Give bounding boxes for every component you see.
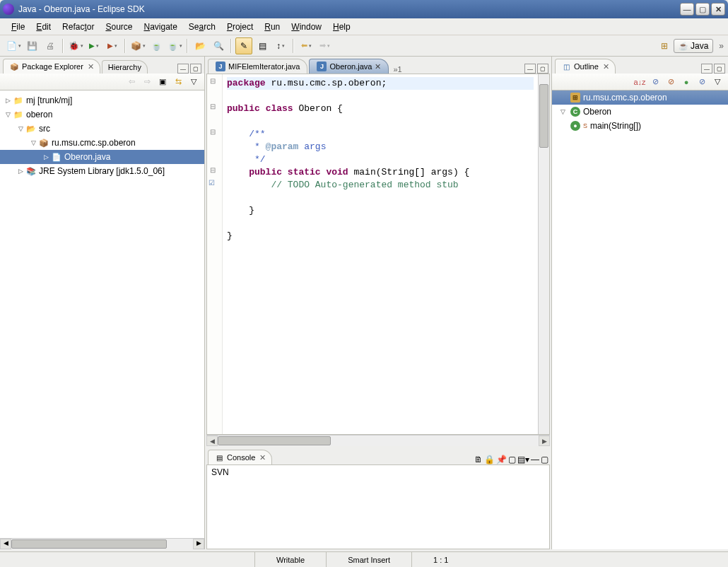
save-button[interactable] [23,37,40,54]
close-icon[interactable]: ✕ [603,62,609,71]
run-external-button[interactable] [104,37,121,54]
outline-node[interactable]: ▽COberon [552,105,728,119]
menu-search[interactable]: Search [183,20,221,34]
package-explorer-tree[interactable]: ▷📁mj [trunk/mj]▽📁oberon▽📂src▽📦ru.msu.cmc… [0,90,204,538]
editor-gutter[interactable]: ⊟ ⊟ ⊟ ⊟ ☑ [207,74,223,434]
editor-tab-mifelemiterator[interactable]: J MIFElemIterator.java [208,59,307,74]
back-nav-icon[interactable]: ⇦ [125,76,138,88]
menu-edit[interactable]: Edit [30,20,57,34]
hide-local-icon[interactable]: ⊘ [695,76,708,88]
back-button[interactable] [298,37,315,54]
tab-outline[interactable]: ◫ Outline ✕ [555,59,616,74]
maximize-editor-button[interactable]: ▢ [537,64,548,74]
editor-h-scrollbar[interactable]: ◀▶ [206,435,550,446]
v-scrollbar[interactable] [538,74,549,434]
task-marker-icon[interactable]: ☑ [209,179,217,187]
search-button[interactable] [210,37,227,54]
code-area[interactable]: package ru.msu.cmc.sp.oberon; public cla… [223,74,538,434]
h-scrollbar[interactable]: ◀ ▶ [0,538,204,549]
perspective-switcher: Java » [655,37,724,54]
console-clear-icon[interactable]: 🗎 [474,455,483,464]
toolbar-overflow[interactable]: » [719,41,724,51]
outline-tree[interactable]: ⊞ru.msu.cmc.sp.oberon▽COberon●Smain(Stri… [552,90,728,549]
menu-file[interactable]: File [6,20,30,34]
perspective-java[interactable]: Java [674,39,713,53]
hide-nonpublic-icon[interactable]: ● [680,76,693,88]
menu-source[interactable]: Source [100,20,138,34]
new-button[interactable] [5,37,22,54]
tab-package-explorer[interactable]: 📦 Package Explorer ✕ [3,59,100,74]
forward-nav-icon[interactable]: ⇨ [141,76,153,88]
minimize-view-button[interactable]: — [177,64,189,74]
maximize-outline-button[interactable]: ▢ [714,64,725,74]
new-package-button[interactable] [129,37,146,54]
fold-minus-icon[interactable]: ⊟ [210,103,218,111]
view-menu-icon[interactable]: ▽ [187,76,200,88]
last-edit-button[interactable]: ↕ [272,37,289,54]
tree-node[interactable]: ▷📁mj [trunk/mj] [0,93,204,107]
open-perspective-button[interactable] [656,37,673,54]
outline-node[interactable]: ⊞ru.msu.cmc.sp.oberon [552,90,728,105]
new-type-button[interactable] [148,37,165,54]
console-display-icon[interactable]: ▢ [508,455,516,464]
editor-tab-oberon[interactable]: J Oberon.java ✕ [309,59,389,74]
eclipse-icon [3,4,14,15]
maximize-view-button[interactable]: ▢ [190,64,201,74]
tree-node[interactable]: ▽📂src [0,122,204,136]
menu-navigate[interactable]: Navigate [138,20,182,34]
expand-arrow-icon[interactable]: ▷ [16,168,25,175]
debug-button[interactable] [67,37,84,54]
tree-node[interactable]: ▷📚JRE System Library [jdk1.5.0_06] [0,164,204,178]
tab-console[interactable]: ▤ Console ✕ [208,450,272,464]
view-menu-icon[interactable]: ▽ [711,76,724,88]
editor-tab-overflow[interactable]: »1 [393,65,401,74]
tree-node[interactable]: ▽📦ru.msu.cmc.sp.oberon [0,136,204,150]
fold-minus-icon[interactable]: ⊟ [210,166,218,175]
close-icon[interactable]: ✕ [375,62,381,71]
console-pin-icon[interactable]: 📌 [496,455,507,464]
fold-minus-icon[interactable]: ⊟ [210,128,218,136]
outline-node[interactable]: ●Smain(String[]) [552,119,728,133]
maximize-console-button[interactable]: ▢ [541,455,548,464]
expand-arrow-icon[interactable]: ▷ [3,97,13,104]
new-class-button[interactable] [166,37,183,54]
tree-node[interactable]: ▷📄Oberon.java [0,150,204,164]
print-button[interactable] [42,37,59,54]
open-type-button[interactable] [192,37,209,54]
expand-arrow-icon[interactable]: ▷ [41,153,51,160]
tree-node[interactable]: ▽📁oberon [0,107,204,122]
expand-arrow-icon[interactable]: ▽ [3,111,13,118]
expand-arrow-icon[interactable]: ▽ [16,125,25,132]
expand-arrow-icon[interactable]: ▽ [558,108,568,115]
link-editor-icon[interactable]: ⇆ [172,76,184,88]
minimize-outline-button[interactable]: — [701,64,712,74]
console-scroll-lock-icon[interactable]: 🔒 [484,455,495,464]
collapse-all-icon[interactable]: ▣ [156,76,169,88]
code-editor[interactable]: ⊟ ⊟ ⊟ ⊟ ☑ package ru.msu.cmc.sp.oberon; … [206,74,550,435]
hide-static-icon[interactable]: ⊘ [664,76,677,88]
menu-window[interactable]: Window [286,20,327,34]
pkg-icon: ⊞ [570,93,580,103]
sort-icon[interactable]: a↓z [633,76,646,88]
tab-hierarchy[interactable]: Hierarchy [102,60,148,74]
hide-fields-icon[interactable]: ⊘ [649,76,662,88]
minimize-button[interactable]: — [680,3,694,16]
forward-button[interactable] [316,37,333,54]
toggle-mark-button[interactable]: ✎ [235,37,252,54]
close-icon[interactable]: ✕ [88,62,94,71]
menu-project[interactable]: Project [221,20,259,34]
menu-help[interactable]: Help [327,20,356,34]
console-output[interactable]: SVN [206,464,550,549]
console-open-icon[interactable]: ▤▾ [517,455,529,464]
run-button[interactable] [86,37,102,54]
menu-run[interactable]: Run [259,20,286,34]
menu-refactor[interactable]: Refactor [57,20,100,34]
close-button[interactable]: ✕ [711,3,725,16]
expand-arrow-icon[interactable]: ▽ [28,139,38,146]
annotation-button[interactable]: ▤ [254,37,271,54]
close-icon[interactable]: ✕ [259,453,266,462]
minimize-editor-button[interactable]: — [524,64,536,74]
maximize-button[interactable]: ▢ [695,3,710,16]
fold-minus-icon[interactable]: ⊟ [210,77,218,86]
minimize-console-button[interactable]: — [531,455,539,464]
